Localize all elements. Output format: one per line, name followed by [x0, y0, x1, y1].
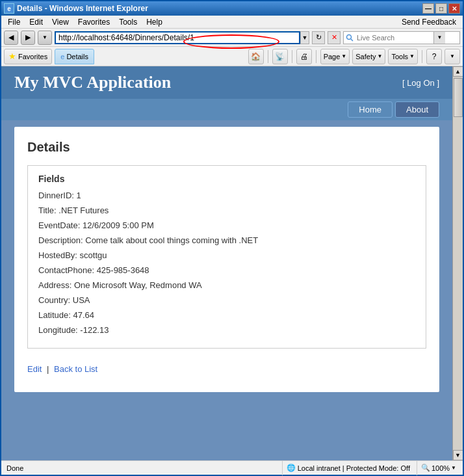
field-value-longitude: -122.13 [80, 325, 109, 335]
svg-line-1 [351, 39, 353, 41]
refresh-button[interactable]: ↻ [312, 31, 325, 44]
status-text: Done [4, 464, 282, 472]
window-title: Details - Windows Internet Explorer [17, 4, 148, 13]
menu-help[interactable]: Help [142, 16, 166, 28]
home-toolbar-button[interactable]: 🏠 [248, 49, 264, 64]
favorites-label: Favorites [18, 53, 47, 60]
link-separator: | [47, 364, 51, 374]
field-description: Description: Come talk about cool things… [38, 235, 415, 245]
field-label-country: Country: [38, 295, 73, 305]
tab-details[interactable]: e Details [55, 49, 94, 64]
status-bar: Done 🌐 Local intranet | Protected Mode: … [1, 460, 463, 475]
field-label-title: Title: [38, 205, 58, 215]
field-contactphone: ContactPhone: 425-985-3648 [38, 265, 415, 275]
recent-pages-button[interactable]: ▼ [38, 31, 52, 45]
forward-button[interactable]: ▶ [21, 31, 35, 45]
safety-dropdown-icon: ▼ [377, 53, 382, 59]
mvc-header: My MVC Application [ Log On ] [1, 66, 452, 99]
url-text: http://localhost:64648/Dinners/Details/1 [58, 33, 194, 42]
menu-file[interactable]: File [4, 16, 24, 28]
close-button[interactable]: ✕ [448, 3, 460, 14]
toolbar-sep-2 [292, 50, 292, 63]
content-area: My MVC Application [ Log On ] Home About… [1, 66, 463, 460]
field-label-dinnerid: DinnerID: [38, 191, 77, 200]
toolbar-dropdown-button[interactable]: ▼ [445, 49, 460, 64]
browser-toolbar: ★ Favorites e Details 🏠 📡 🖨 Page ▼ Safet… [1, 47, 463, 66]
ie-search-icon [344, 32, 355, 44]
ie-icon: e [4, 3, 14, 14]
search-input[interactable] [355, 34, 433, 42]
menu-edit[interactable]: Edit [25, 16, 47, 28]
toolbar-sep-4 [422, 50, 422, 63]
search-field: ▼ [343, 31, 460, 44]
send-feedback-link[interactable]: Send Feedback [398, 16, 460, 28]
favorites-button[interactable]: ★ Favorites [4, 49, 52, 64]
scroll-track [454, 117, 463, 450]
back-button[interactable]: ◀ [4, 31, 18, 45]
tab-label: Details [66, 53, 88, 60]
scroll-thumb[interactable] [454, 78, 463, 117]
scroll-down-button[interactable]: ▼ [453, 450, 463, 460]
scroll-up-button[interactable]: ▲ [453, 66, 463, 77]
safety-button[interactable]: Safety ▼ [352, 49, 385, 64]
log-on-link[interactable]: [ Log On ] [402, 78, 439, 88]
field-label-address: Address: [38, 280, 74, 290]
fields-title: Fields [38, 174, 415, 184]
address-field[interactable]: http://localhost:64648/Dinners/Details/1 [55, 31, 300, 44]
field-hostedby: HostedBy: scottgu [38, 250, 415, 260]
status-done: Done [6, 464, 23, 472]
menu-bar: File Edit View Favorites Tools Help Send… [1, 16, 463, 29]
toolbar-sep-3 [316, 50, 316, 63]
search-dropdown-button[interactable]: ▼ [433, 32, 445, 44]
field-eventdate: EventDate: 12/6/2009 5:00 PM [38, 220, 415, 230]
svg-point-0 [347, 34, 352, 39]
nav-home-button[interactable]: Home [348, 101, 393, 118]
nav-about-button[interactable]: About [395, 101, 439, 118]
window-controls: — □ ✕ [422, 3, 460, 14]
mvc-nav: Home About [1, 99, 452, 120]
login-link[interactable]: [ Log On ] [402, 78, 439, 88]
address-dropdown[interactable]: ▼ [300, 31, 309, 44]
tools-button[interactable]: Tools ▼ [388, 49, 418, 64]
print-button[interactable]: 🖨 [296, 49, 312, 64]
page-label: Page [324, 53, 341, 60]
field-value-title: .NET Futures [58, 205, 109, 215]
field-value-eventdate: 12/6/2009 5:00 PM [83, 220, 154, 230]
field-title: Title: .NET Futures [38, 205, 415, 215]
page-button[interactable]: Page ▼ [320, 49, 350, 64]
title-bar: e Details - Windows Internet Explorer — … [1, 1, 463, 16]
footer-links: Edit | Back to List [27, 359, 426, 379]
back-to-list-link[interactable]: Back to List [54, 364, 97, 374]
app-title: My MVC Application [14, 73, 171, 92]
maximize-button[interactable]: □ [435, 3, 447, 14]
zoom-status[interactable]: 🔍 100% ▼ [417, 461, 460, 475]
mvc-body: Details Fields DinnerID: 1 Title: .NET F… [1, 120, 452, 445]
menu-view[interactable]: View [48, 16, 73, 28]
zone-status: 🌐 Local intranet | Protected Mode: Off [282, 461, 414, 475]
mvc-wrapper: My MVC Application [ Log On ] Home About… [1, 66, 452, 460]
field-label-eventdate: EventDate: [38, 220, 83, 230]
field-country: Country: USA [38, 295, 415, 305]
menu-tools[interactable]: Tools [115, 16, 141, 28]
menu-favorites[interactable]: Favorites [74, 16, 114, 28]
stop-button[interactable]: ✕ [328, 31, 341, 44]
field-label-longitude: Longitude: [38, 325, 80, 335]
rss-button[interactable]: 📡 [272, 49, 288, 64]
title-bar-left: e Details - Windows Internet Explorer [4, 3, 148, 14]
page-dropdown-icon: ▼ [341, 53, 346, 59]
minimize-button[interactable]: — [422, 3, 434, 14]
field-longitude: Longitude: -122.13 [38, 325, 415, 335]
field-label-contactphone: ContactPhone: [38, 265, 97, 275]
field-address: Address: One Microsoft Way, Redmond WA [38, 280, 415, 290]
field-label-hostedby: HostedBy: [38, 250, 80, 260]
status-right: 🌐 Local intranet | Protected Mode: Off 🔍… [282, 461, 460, 475]
zoom-dropdown-icon: ▼ [451, 465, 456, 471]
help-button[interactable]: ? [426, 49, 442, 64]
tools-dropdown-icon: ▼ [409, 53, 415, 59]
field-value-dinnerid: 1 [77, 191, 81, 200]
edit-link[interactable]: Edit [27, 364, 42, 374]
field-label-description: Description: [38, 235, 85, 245]
browser-window: e Details - Windows Internet Explorer — … [0, 0, 464, 476]
field-value-country: USA [73, 295, 90, 305]
safety-label: Safety [355, 53, 376, 60]
